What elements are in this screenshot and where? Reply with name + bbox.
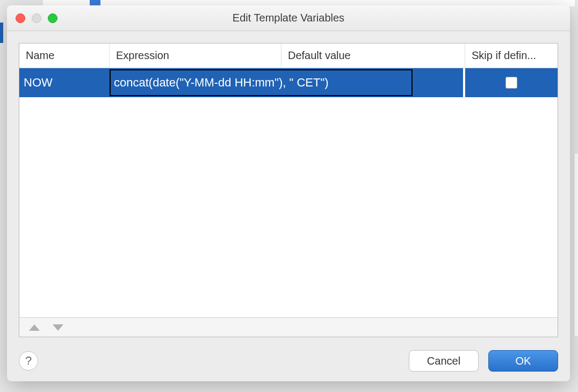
cell-skip[interactable] [465,68,558,97]
column-header-default[interactable]: Default value [281,43,465,68]
cell-default[interactable] [414,68,465,97]
cell-expression-editor[interactable]: concat(date("Y-MM-dd HH:mm"), " CET") [110,69,413,96]
table-header: Name Expression Default value Skip if de… [19,43,558,68]
window-title: Edit Template Variables [7,12,570,24]
table-row[interactable]: NOW concat(date("Y-MM-dd HH:mm"), " CET"… [19,68,558,97]
traffic-lights [7,13,57,23]
variables-table: Name Expression Default value Skip if de… [19,43,558,337]
table-toolbar [19,317,558,337]
minimize-window-button [32,13,41,23]
skip-checkbox[interactable] [505,77,517,89]
column-header-name[interactable]: Name [19,43,110,68]
ok-button[interactable]: OK [488,350,558,372]
dialog-body: Name Expression Default value Skip if de… [7,31,570,381]
button-bar: ? Cancel OK [19,337,558,372]
close-window-button[interactable] [16,13,25,23]
cancel-button[interactable]: Cancel [409,350,479,372]
dialog-window: Edit Template Variables Name Expression … [7,5,570,381]
background-fragment [0,23,3,43]
background-fragment [574,154,578,336]
move-down-icon[interactable] [53,324,63,331]
move-up-icon[interactable] [29,324,40,331]
cell-name[interactable]: NOW [19,68,110,97]
table-body: NOW concat(date("Y-MM-dd HH:mm"), " CET"… [19,68,558,317]
titlebar[interactable]: Edit Template Variables [7,5,570,31]
help-button[interactable]: ? [19,351,38,371]
column-header-skip[interactable]: Skip if defin... [465,43,558,68]
column-header-expression[interactable]: Expression [110,43,281,68]
zoom-window-button[interactable] [48,13,57,23]
